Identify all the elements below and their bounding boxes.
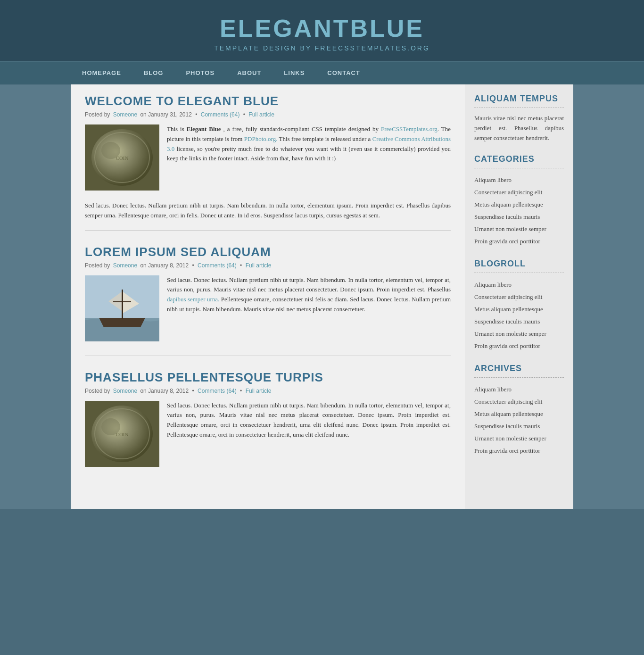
post-1-author[interactable]: Someone bbox=[113, 111, 137, 118]
post-3-sep2: • bbox=[240, 388, 242, 394]
blogroll-link-5[interactable]: Urnanet non molestie semper bbox=[474, 330, 546, 337]
post-1-title: WELCOME TO ELEGANT BLUE bbox=[85, 94, 451, 108]
post-1-full[interactable]: Full article bbox=[248, 111, 274, 118]
archive-link-1[interactable]: Aliquam libero bbox=[474, 386, 512, 393]
post-3-author[interactable]: Someone bbox=[113, 388, 137, 394]
nav-link-about[interactable]: ABOUT bbox=[226, 62, 272, 84]
category-item-5[interactable]: Urnanet non molestie semper bbox=[474, 223, 564, 235]
post-3-body: COIN Sed lacus. Donec lectus. Nullam pre… bbox=[85, 401, 451, 472]
category-link-3[interactable]: Metus aliquam pellentesque bbox=[474, 201, 543, 208]
category-link-2[interactable]: Consectetuer adipiscing elit bbox=[474, 189, 542, 196]
nav-item-links[interactable]: LINKS bbox=[272, 62, 316, 84]
archive-link-2[interactable]: Consectetuer adipiscing elit bbox=[474, 398, 542, 405]
post-2-comments[interactable]: Comments (64) bbox=[198, 262, 237, 269]
post-2-sep1: • bbox=[192, 262, 194, 269]
post-3-image: COIN bbox=[85, 401, 159, 467]
blogroll-link-3[interactable]: Metus aliquam pellentesque bbox=[474, 306, 543, 313]
archive-item-1[interactable]: Aliquam libero bbox=[474, 383, 564, 396]
archive-item-2[interactable]: Consectetuer adipiscing elit bbox=[474, 396, 564, 408]
blogroll-link-1[interactable]: Aliquam libero bbox=[474, 281, 512, 288]
post-2-meta-prefix: Posted by bbox=[85, 262, 110, 269]
site-title: ELEGANTBLUE bbox=[0, 14, 644, 42]
widget-archives-title: ARCHIVES bbox=[474, 364, 564, 373]
post-3-date: on January 8, 2012 bbox=[140, 388, 189, 394]
blogroll-item-5[interactable]: Urnanet non molestie semper bbox=[474, 328, 564, 340]
post-3-comments[interactable]: Comments (64) bbox=[198, 388, 237, 394]
post-1-sep1: • bbox=[195, 111, 197, 118]
post-2: LOREM IPSUM SED ALIQUAM Posted by Someon… bbox=[85, 245, 451, 356]
post-1: WELCOME TO ELEGANT BLUE Posted by Someon… bbox=[85, 94, 451, 231]
category-item-6[interactable]: Proin gravida orci porttitor bbox=[474, 235, 564, 248]
nav-link-homepage[interactable]: HOMEPAGE bbox=[71, 62, 132, 84]
archive-item-4[interactable]: Suspendisse iaculis mauris bbox=[474, 420, 564, 432]
post-1-sep2: • bbox=[243, 111, 245, 118]
blogroll-item-6[interactable]: Proin gravida orci porttitor bbox=[474, 340, 564, 352]
svg-point-4 bbox=[101, 142, 120, 159]
widget-aliquam-divider bbox=[474, 108, 564, 108]
blogroll-link-4[interactable]: Suspendisse iaculis mauris bbox=[474, 318, 540, 325]
archive-link-6[interactable]: Proin gravida orci porttitor bbox=[474, 447, 540, 454]
nav-item-about[interactable]: ABOUT bbox=[226, 62, 272, 84]
archive-link-3[interactable]: Metus aliquam pellentesque bbox=[474, 410, 543, 417]
blogroll-item-2[interactable]: Consectetuer adipiscing elit bbox=[474, 291, 564, 303]
archive-link-5[interactable]: Urnanet non molestie semper bbox=[474, 435, 546, 442]
nav-link-photos[interactable]: PHOTOS bbox=[174, 62, 226, 84]
post-2-author[interactable]: Someone bbox=[113, 262, 137, 269]
archive-item-5[interactable]: Urnanet non molestie semper bbox=[474, 432, 564, 445]
nav-link-blog[interactable]: BLOG bbox=[132, 62, 175, 84]
post-1-date: on January 31, 2012 bbox=[140, 111, 191, 118]
post-1-intro-bold: Elegant Blue bbox=[187, 125, 221, 133]
widget-blogroll: BLOGROLL Aliquam libero Consectetuer adi… bbox=[474, 259, 564, 352]
category-link-4[interactable]: Suspendisse iaculis mauris bbox=[474, 213, 540, 220]
post-2-body: Sed lacus. Donec lectus. Nullam pretium … bbox=[85, 275, 451, 346]
site-header: ELEGANTBLUE TEMPLATE DESIGN BY FREECSSTE… bbox=[0, 0, 644, 61]
post-3-meta: Posted by Someone on January 8, 2012 • C… bbox=[85, 388, 451, 394]
category-item-2[interactable]: Consectetuer adipiscing elit bbox=[474, 186, 564, 199]
blogroll-item-1[interactable]: Aliquam libero bbox=[474, 279, 564, 291]
nav-item-blog[interactable]: BLOG bbox=[132, 62, 175, 84]
post-2-sep2: • bbox=[240, 262, 242, 269]
widget-archives: ARCHIVES Aliquam libero Consectetuer adi… bbox=[474, 364, 564, 457]
archive-item-6[interactable]: Proin gravida orci porttitor bbox=[474, 445, 564, 457]
archive-link-4[interactable]: Suspendisse iaculis mauris bbox=[474, 423, 540, 430]
archives-list: Aliquam libero Consectetuer adipiscing e… bbox=[474, 383, 564, 457]
nav-item-homepage[interactable]: HOMEPAGE bbox=[71, 62, 132, 84]
svg-text:COIN: COIN bbox=[116, 431, 129, 437]
nav-link-links[interactable]: LINKS bbox=[272, 62, 316, 84]
post-2-body-link[interactable]: dapibus semper urna. bbox=[167, 296, 219, 303]
post-1-comments[interactable]: Comments (64) bbox=[201, 111, 240, 118]
blogroll-link-6[interactable]: Proin gravida orci porttitor bbox=[474, 342, 540, 349]
categories-list: Aliquam libero Consectetuer adipiscing e… bbox=[474, 174, 564, 248]
post-1-intro-t1: , a free, fully standards-compliant CSS … bbox=[221, 125, 381, 133]
nav-item-contact[interactable]: CONTACT bbox=[316, 62, 372, 84]
post-1-meta-prefix: Posted by bbox=[85, 111, 110, 118]
nav-item-photos[interactable]: PHOTOS bbox=[174, 62, 226, 84]
content-wrap: WELCOME TO ELEGANT BLUE Posted by Someon… bbox=[71, 84, 573, 509]
navigation-bar: HOMEPAGE BLOG PHOTOS ABOUT LINKS CONTACT bbox=[0, 61, 644, 84]
blogroll-item-4[interactable]: Suspendisse iaculis mauris bbox=[474, 315, 564, 328]
nav-link-contact[interactable]: CONTACT bbox=[316, 62, 372, 84]
category-item-4[interactable]: Suspendisse iaculis mauris bbox=[474, 211, 564, 223]
category-item-3[interactable]: Metus aliquam pellentesque bbox=[474, 199, 564, 211]
blogroll-link-2[interactable]: Consectetuer adipiscing elit bbox=[474, 293, 542, 300]
post-1-intro-t3: This free template is released under a bbox=[277, 135, 372, 142]
svg-rect-7 bbox=[122, 290, 123, 319]
blogroll-item-3[interactable]: Metus aliquam pellentesque bbox=[474, 303, 564, 315]
archive-item-3[interactable]: Metus aliquam pellentesque bbox=[474, 408, 564, 420]
widget-aliquam-text: Mauris vitae nisl nec metus placerat per… bbox=[474, 114, 564, 143]
category-item-1[interactable]: Aliquam libero bbox=[474, 174, 564, 186]
post-1-link1[interactable]: FreeCSSTemplates.org bbox=[381, 125, 438, 133]
category-link-6[interactable]: Proin gravida orci porttitor bbox=[474, 238, 540, 245]
post-3-meta-prefix: Posted by bbox=[85, 388, 110, 394]
post-1-link2[interactable]: PDPhoto.org. bbox=[244, 135, 278, 142]
post-2-full[interactable]: Full article bbox=[246, 262, 272, 269]
post-3-full[interactable]: Full article bbox=[246, 388, 272, 394]
widget-categories-divider bbox=[474, 168, 564, 168]
category-link-1[interactable]: Aliquam libero bbox=[474, 176, 512, 183]
category-link-5[interactable]: Urnanet non molestie semper bbox=[474, 225, 546, 232]
post-1-intro-before: This is bbox=[167, 125, 187, 133]
widget-aliquam-title: ALIQUAM TEMPUS bbox=[474, 94, 564, 104]
coin-svg-2: COIN bbox=[85, 401, 159, 467]
post-2-date: on January 8, 2012 bbox=[140, 262, 189, 269]
post-2-image bbox=[85, 275, 159, 341]
